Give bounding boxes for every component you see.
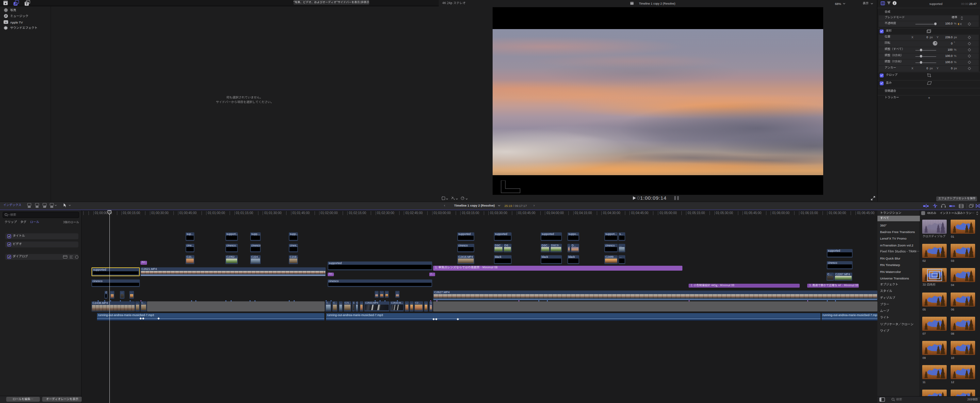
- svg-text:tv: tv: [5, 21, 7, 23]
- svg-text:i: i: [894, 1, 895, 5]
